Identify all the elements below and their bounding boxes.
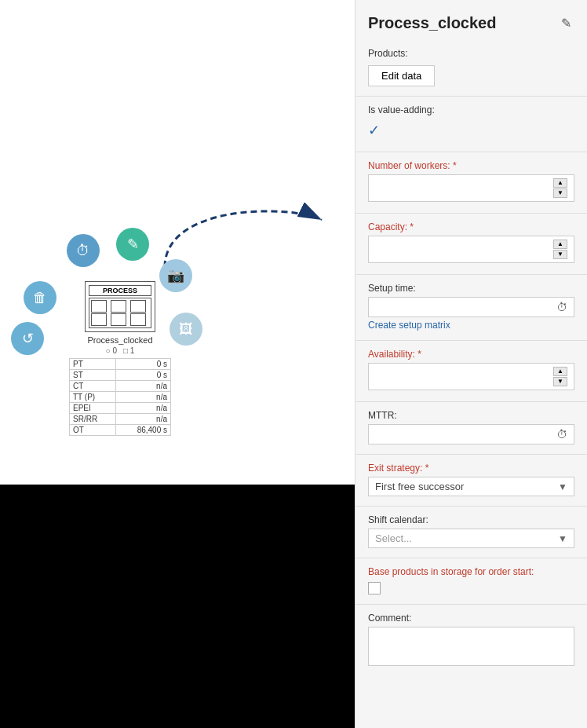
exit-strategy-label: Exit strategy: * (368, 463, 574, 474)
capacity-up[interactable]: ▲ (553, 240, 567, 249)
exit-strategy-chevron-icon[interactable]: ▼ (558, 481, 567, 492)
availability-input-row: 100 ▲ ▼ (368, 363, 574, 390)
availability-up[interactable]: ▲ (553, 367, 567, 376)
black-area (0, 485, 355, 728)
setup-time-input[interactable]: 00:00:00.00 (375, 302, 556, 313)
process-stats: ○ 0 □ 1 (106, 346, 135, 355)
num-workers-input[interactable]: 0 (375, 182, 553, 194)
stat-square: □ 1 (123, 346, 134, 355)
mttr-section: MTTR: 00:00:00.00 ⏱ (355, 405, 587, 451)
base-products-checkbox[interactable] (368, 582, 381, 594)
exit-strategy-section: Exit strategy: * First free successor ▼ (355, 458, 587, 503)
grid-cell-3 (130, 300, 146, 313)
num-workers-section: Number of workers: * 0 ▲ ▼ (355, 155, 587, 210)
base-products-checkbox-container (368, 582, 574, 594)
stat-circle: ○ 0 (106, 346, 117, 355)
shift-calendar-dropdown-row: Select... ▼ (368, 529, 574, 548)
availability-label-text: Availability: (368, 349, 417, 360)
grid-cell-5 (111, 313, 126, 326)
setup-time-input-row: 00:00:00.00 ⏱ (368, 297, 574, 317)
capacity-label-text: Capacity: (368, 221, 410, 232)
table-row: CTn/a (70, 381, 171, 392)
process-node: PROCESS Process_clocked ○ 0 □ 1 PT0 s ST… (69, 281, 171, 436)
process-box-grid (89, 298, 151, 328)
panel-title: Process_clocked (368, 14, 496, 32)
base-products-section: Base products in storage for order start… (355, 562, 587, 601)
right-panel: Process_clocked ✎ Products: Edit data Is… (355, 0, 587, 728)
image-button[interactable]: 🖼 (170, 313, 202, 346)
shift-calendar-label: Shift calendar: (368, 514, 574, 525)
capacity-input-row: 1 ▲ ▼ (368, 236, 574, 263)
panel-edit-button[interactable]: ✎ (558, 13, 574, 34)
num-workers-input-row: 0 ▲ ▼ (368, 174, 574, 202)
mttr-input[interactable]: 00:00:00.00 (375, 429, 556, 441)
process-box[interactable]: PROCESS (85, 281, 155, 332)
capacity-label: Capacity: * (368, 221, 574, 232)
table-row: OT86,400 s (70, 425, 171, 436)
comment-section: Comment: (355, 608, 587, 675)
process-arrow (118, 157, 337, 283)
exit-strategy-dropdown-row: First free successor ▼ (368, 477, 574, 496)
setup-time-label: Setup time: (368, 283, 574, 294)
checkmark-icon[interactable]: ✓ (368, 122, 380, 139)
base-products-label: Base products in storage for order start… (368, 566, 574, 577)
delete-button[interactable]: 🗑 (24, 281, 57, 314)
grid-cell-4 (91, 313, 107, 326)
process-name: Process_clocked (87, 335, 152, 345)
availability-label: Availability: * (368, 349, 574, 360)
edit-data-button[interactable]: Edit data (368, 65, 435, 86)
refresh-button[interactable]: ↺ (11, 322, 44, 355)
mttr-clock-icon[interactable]: ⏱ (556, 428, 567, 441)
shift-calendar-section: Shift calendar: Select... ▼ (355, 510, 587, 554)
edit-button[interactable]: ✎ (116, 228, 149, 261)
pencil-icon: ✎ (127, 236, 139, 253)
capacity-input[interactable]: 1 (375, 243, 553, 255)
table-row: PT0 s (70, 359, 171, 370)
comment-label: Comment: (368, 613, 574, 624)
refresh-icon: ↺ (22, 330, 34, 347)
table-row: EPEIn/a (70, 403, 171, 414)
panel-header: Process_clocked ✎ (355, 0, 587, 43)
shift-calendar-placeholder: Select... (375, 532, 558, 544)
mttr-input-row: 00:00:00.00 ⏱ (368, 424, 574, 444)
availability-section: Availability: * 100 ▲ ▼ (355, 344, 587, 398)
create-setup-matrix-link[interactable]: Create setup matrix (368, 320, 450, 331)
num-workers-down[interactable]: ▼ (553, 188, 567, 198)
mttr-label: MTTR: (368, 410, 574, 421)
is-value-adding-label: Is value-adding: (368, 104, 574, 115)
grid-cell-6 (130, 313, 146, 326)
products-section: Products: Edit data (355, 43, 587, 93)
num-workers-spinner: ▲ ▼ (553, 178, 567, 198)
products-label: Products: (368, 48, 574, 59)
capacity-spinner: ▲ ▼ (553, 240, 567, 259)
clock-button[interactable]: ⏱ (67, 234, 100, 267)
left-canvas: ⏱ ✎ 📷 🗑 ↺ 🖼 PROCESS (0, 0, 355, 728)
comment-textarea[interactable] (368, 627, 574, 666)
table-row: TT (P)n/a (70, 392, 171, 403)
num-workers-up[interactable]: ▲ (553, 178, 567, 188)
grid-cell-2 (111, 300, 126, 313)
num-workers-label: Number of workers: * (368, 160, 574, 171)
availability-spinner: ▲ ▼ (553, 367, 567, 386)
process-table: PT0 s ST0 s CTn/a TT (P)n/a EPEIn/a SR/R… (69, 358, 171, 436)
capacity-down[interactable]: ▼ (553, 250, 567, 259)
shift-calendar-chevron-icon[interactable]: ▼ (558, 533, 567, 544)
availability-input[interactable]: 100 (375, 371, 553, 382)
is-value-adding-section: Is value-adding: ✓ (355, 100, 587, 148)
table-row: SR/RRn/a (70, 414, 171, 425)
clock-icon: ⏱ (76, 243, 90, 259)
process-box-title: PROCESS (89, 285, 151, 296)
trash-icon: 🗑 (33, 290, 47, 306)
exit-strategy-label-text: Exit strategy: (368, 463, 425, 474)
value-adding-checkbox-row: ✓ (368, 119, 574, 142)
grid-cell-1 (91, 300, 107, 313)
availability-down[interactable]: ▼ (553, 377, 567, 386)
num-workers-label-text: Number of workers: (368, 160, 453, 171)
capacity-section: Capacity: * 1 ▲ ▼ (355, 217, 587, 271)
canvas-area: ⏱ ✎ 📷 🗑 ↺ 🖼 PROCESS (0, 0, 355, 485)
exit-strategy-value: First free successor (375, 481, 558, 492)
setup-time-section: Setup time: 00:00:00.00 ⏱ Create setup m… (355, 278, 587, 337)
setup-time-clock-icon[interactable]: ⏱ (556, 301, 567, 313)
image-icon: 🖼 (179, 321, 193, 338)
table-row: ST0 s (70, 370, 171, 381)
